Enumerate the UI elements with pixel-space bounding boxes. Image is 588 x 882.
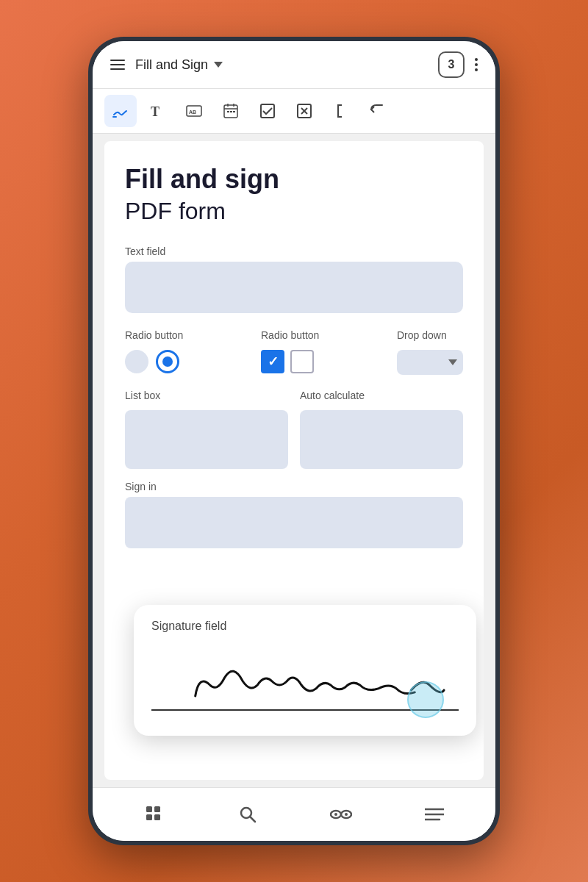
radio-group-2: Radio button ✓ [261, 329, 388, 373]
textbox-tool-button[interactable]: AB [178, 95, 210, 127]
content-area: Fill and sign PDF form Text field Radio … [93, 134, 495, 787]
autocalc-box[interactable] [300, 410, 463, 469]
dropdown-group: Drop down [397, 329, 463, 375]
notification-badge: 3 [438, 51, 465, 78]
app-title: Fill and Sign [135, 57, 208, 73]
checkmark-icon: ✓ [268, 355, 279, 368]
checkbox-unchecked[interactable] [290, 350, 314, 373]
signature-popup-label: Signature field [151, 620, 459, 633]
pdf-page: Fill and sign PDF form Text field Radio … [104, 141, 484, 780]
sign-box[interactable] [125, 497, 463, 548]
bottom-nav [93, 787, 495, 841]
list-box[interactable] [125, 410, 288, 469]
top-bar: Fill and Sign 3 [93, 41, 495, 89]
dropdown-label: Drop down [397, 329, 463, 341]
svg-rect-9 [233, 111, 235, 112]
svg-rect-17 [154, 814, 160, 820]
signin-label: Sign in [125, 481, 463, 492]
bracket-tool-button[interactable] [325, 95, 357, 127]
svg-rect-8 [230, 111, 232, 112]
dropdown-box[interactable] [397, 350, 463, 375]
radio1-options [125, 350, 252, 373]
title-dropdown-chevron[interactable] [214, 62, 223, 68]
hamburger-menu-button[interactable] [107, 57, 128, 73]
listbox-label: List box [125, 390, 288, 401]
signature-cursor [407, 681, 444, 718]
checkbox-options: ✓ [261, 350, 388, 373]
dropdown-arrow-icon [448, 359, 457, 365]
toolbar: T AB [93, 89, 495, 134]
radio1-option-selected[interactable] [156, 350, 179, 373]
svg-text:T: T [151, 104, 159, 119]
bottom-row: List box Auto calculate [125, 390, 463, 469]
svg-rect-7 [227, 111, 229, 112]
svg-point-23 [345, 813, 348, 816]
nav-menu-button[interactable] [418, 798, 451, 831]
signature-popup: Signature field [134, 605, 476, 736]
signature-drawing-area[interactable] [151, 645, 459, 718]
nav-apps-button[interactable] [138, 798, 171, 831]
radio2-label: Radio button [261, 329, 388, 341]
date-tool-button[interactable] [215, 95, 247, 127]
svg-rect-15 [154, 806, 160, 812]
phone-screen: Fill and Sign 3 T [93, 41, 495, 841]
svg-rect-14 [146, 806, 152, 812]
pdf-subtitle: PDF form [125, 198, 463, 225]
text-field-box[interactable] [125, 262, 463, 313]
signature-tool-button[interactable] [104, 95, 137, 127]
cross-tool-button[interactable] [288, 95, 320, 127]
radio1-option-unselected[interactable] [125, 350, 148, 373]
nav-read-button[interactable] [325, 798, 357, 831]
nav-search-button[interactable] [232, 798, 264, 831]
app-title-container: Fill and Sign [135, 57, 431, 73]
phone-frame: Fill and Sign 3 T [88, 37, 500, 845]
svg-text:AB: AB [189, 110, 196, 115]
text-field-label: Text field [125, 245, 463, 257]
svg-line-19 [250, 817, 255, 822]
autocalc-group: Auto calculate [300, 390, 463, 469]
text-tool-button[interactable]: T [141, 95, 173, 127]
autocalc-label: Auto calculate [300, 390, 463, 401]
checkmark-tool-button[interactable] [251, 95, 284, 127]
svg-point-22 [334, 813, 337, 816]
more-options-button[interactable] [472, 55, 481, 74]
radio1-label: Radio button [125, 329, 252, 341]
undo-button[interactable] [362, 95, 394, 127]
svg-rect-16 [146, 814, 152, 820]
form-row-radios: Radio button Radio button ✓ [125, 329, 463, 375]
radio-group-1: Radio button [125, 329, 252, 373]
checkbox-checked[interactable]: ✓ [261, 350, 284, 373]
svg-rect-10 [261, 104, 274, 118]
listbox-group: List box [125, 390, 288, 469]
pdf-title: Fill and sign [125, 163, 463, 195]
